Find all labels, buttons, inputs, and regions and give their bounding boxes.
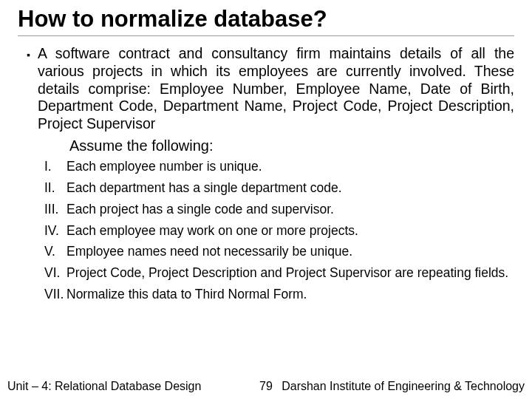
list-item-text: Each project has a single code and super… [66, 202, 510, 218]
roman-numeral: III. [44, 202, 66, 218]
list-item-text: Normalize this data to Third Normal Form… [66, 287, 510, 303]
footer: Unit – 4: Relational Database Design 79 … [0, 380, 532, 393]
footer-left: Unit – 4: Relational Database Design [7, 380, 201, 393]
roman-numeral: V. [44, 244, 66, 260]
roman-numeral: II. [44, 180, 66, 197]
assume-line: Assume the following: [18, 137, 514, 154]
list-item: I. Each employee number is unique. [44, 159, 510, 175]
list-item: III. Each project has a single code and … [44, 202, 510, 218]
list-item-text: Each employee may work on one or more pr… [66, 223, 510, 239]
list-item-text: Each employee number is unique. [66, 159, 510, 175]
footer-right: Darshan Institute of Engineering & Techn… [282, 380, 525, 393]
main-bullet-text: A software contract and consultancy firm… [38, 45, 514, 133]
list-item-text: Employee names need not necessarily be u… [66, 244, 510, 260]
bullet-icon: ▪ [27, 49, 30, 61]
roman-numeral: VII. [44, 287, 66, 303]
roman-numeral: VI. [44, 265, 66, 282]
list-item: VI. Project Code, Project Description an… [44, 265, 510, 282]
list-item: VII. Normalize this data to Third Normal… [44, 287, 510, 303]
list-item-text: Project Code, Project Description and Pr… [66, 265, 510, 282]
main-bullet: ▪ A software contract and consultancy fi… [18, 45, 514, 133]
list-item-text: Each department has a single department … [66, 180, 510, 197]
roman-numeral: I. [44, 159, 66, 175]
list-item: II. Each department has a single departm… [44, 180, 510, 197]
list-item: V. Employee names need not necessarily b… [44, 244, 510, 260]
roman-numeral: IV. [44, 223, 66, 239]
list-item: IV. Each employee may work on one or mor… [44, 223, 510, 239]
page-number: 79 [259, 380, 273, 393]
slide-title: How to normalize database? [18, 6, 514, 36]
roman-list: I. Each employee number is unique. II. E… [18, 159, 514, 303]
